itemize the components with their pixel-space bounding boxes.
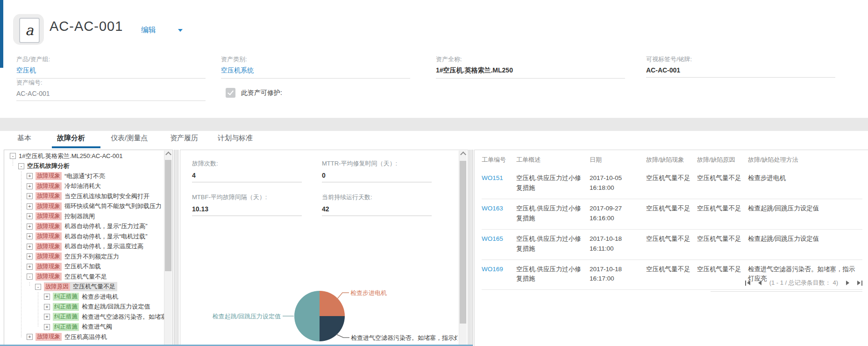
- workorder-link[interactable]: WO163: [482, 205, 503, 212]
- chevron-down-icon[interactable]: [178, 29, 183, 32]
- next-page-button[interactable]: [846, 281, 849, 285]
- expand-icon[interactable]: +: [27, 233, 33, 239]
- tree-guide-line: [38, 292, 38, 327]
- scroll-up-icon[interactable]: [460, 151, 466, 158]
- expand-icon[interactable]: +: [27, 213, 33, 219]
- scrollbar-thumb[interactable]: [460, 161, 466, 324]
- tree-row[interactable]: +故障现象“电源通”灯不亮: [4, 171, 164, 181]
- tree-item-label: 控制器跳闸: [64, 212, 95, 221]
- scrollbar-thumb[interactable]: [165, 160, 171, 271]
- pagination-label: (1 - 1 / 总记录条目数： 4): [769, 279, 838, 287]
- tree-item-label: 空压机高温停机: [64, 333, 107, 341]
- tree-row-selected[interactable]: -故障原因空压机气量不足: [4, 282, 164, 292]
- tree-row[interactable]: -故障现象空压机气量不足: [4, 272, 164, 282]
- expand-icon[interactable]: +: [27, 244, 33, 250]
- expand-icon[interactable]: +: [27, 223, 33, 230]
- expand-icon[interactable]: +: [44, 294, 50, 300]
- panel-splitter[interactable]: [469, 150, 473, 346]
- tree-item-label: 机器自动停机，显示“压力过高”: [64, 222, 148, 231]
- expand-icon[interactable]: +: [44, 304, 50, 310]
- stat-value: 10.13: [192, 205, 302, 216]
- tab-meters[interactable]: 仪表/测量点: [111, 134, 148, 143]
- tab-plans-standards[interactable]: 计划与标准: [218, 134, 253, 143]
- expand-icon[interactable]: +: [44, 314, 50, 320]
- workorder-method: 检查起跳/回跳压力设定值: [748, 229, 862, 260]
- tree-row[interactable]: +故障现象冷却油消耗大: [4, 181, 164, 192]
- product-group-link[interactable]: 空压机: [16, 66, 206, 79]
- tree-row[interactable]: +故障现象机器自动停机，显示“压力过高”: [4, 222, 164, 232]
- tab-asset-history[interactable]: 资产履历: [170, 134, 198, 143]
- expand-icon[interactable]: +: [27, 203, 33, 209]
- panel-splitter[interactable]: [174, 150, 178, 346]
- tab-failure-analysis[interactable]: 故障分析: [57, 134, 85, 143]
- prev-page-icon: [758, 281, 761, 285]
- workorder-phenomenon: 空压机气量不足: [646, 260, 697, 290]
- field-label: 资产类别:: [221, 55, 410, 64]
- tree-row[interactable]: -1#空压机.英格索兰.ML250:AC-AC-001: [4, 151, 164, 161]
- scroll-up-icon[interactable]: [165, 151, 171, 158]
- stat-mtbf: MTBF-平均故障间隔（天）: 10.13: [192, 193, 302, 216]
- collapse-icon[interactable]: -: [27, 274, 33, 280]
- tree-item-label: 检查步进电机: [82, 293, 118, 301]
- tree-row[interactable]: +纠正措施检查步进电机: [4, 292, 164, 302]
- workorder-date: 2017-10-18 16:11:00: [590, 229, 646, 260]
- column-header: 工单编号: [482, 152, 516, 169]
- expand-icon[interactable]: +: [27, 253, 33, 260]
- tree-row[interactable]: +故障现象空压升不到额定压力: [4, 252, 164, 262]
- first-page-button[interactable]: [745, 281, 750, 286]
- expand-icon[interactable]: +: [27, 334, 33, 340]
- stats-scrollbar[interactable]: [459, 151, 467, 346]
- last-page-icon: [857, 281, 861, 285]
- tree-row[interactable]: +故障现象循环快或储气筒不能放气到卸载压力: [4, 202, 164, 212]
- edit-button[interactable]: 编辑: [141, 25, 156, 35]
- first-page-icon: [747, 281, 750, 285]
- stat-value: 42: [322, 205, 432, 216]
- workorder-link[interactable]: WO151: [482, 174, 503, 181]
- prev-page-button[interactable]: [758, 281, 761, 285]
- tree-row[interactable]: +纠正措施检查进气阀: [4, 322, 164, 332]
- expand-icon[interactable]: +: [27, 264, 33, 270]
- tree-row[interactable]: -空压机故障分析: [4, 161, 164, 172]
- tree-item-label: 循环快或储气筒不能放气到卸载压力: [64, 202, 162, 210]
- tree-item-label: 冷却油消耗大: [64, 182, 101, 190]
- collapse-icon[interactable]: -: [18, 163, 24, 169]
- workorder-method: 检查步进电机: [748, 169, 862, 199]
- workorder-desc: 空压机.供应压力过小修复措施: [516, 169, 590, 199]
- expand-icon[interactable]: +: [27, 193, 33, 199]
- tree-item-label: 检查进气空滤器污染否。如堵塞，指示灯应亮: [82, 313, 173, 321]
- workorder-panel: 工单编号 工单概述 日期 故障/缺陷现象 故障/缺陷原因 故障/缺陷处理方法 W…: [474, 150, 868, 346]
- stat-value: 4: [192, 172, 302, 182]
- phenomenon-badge: 故障现象: [36, 192, 62, 200]
- cause-badge: 故障原因: [44, 283, 70, 291]
- repairable-checkbox[interactable]: [226, 88, 235, 98]
- stat-label: MTBF-平均故障间隔（天）:: [192, 193, 302, 202]
- expand-icon[interactable]: +: [27, 183, 33, 189]
- table-row: WO165 空压机.供应压力过小修复措施 2017-10-18 16:11:00…: [482, 229, 862, 260]
- workorder-link[interactable]: WO165: [482, 235, 503, 242]
- tab-basic[interactable]: 基本: [17, 134, 31, 143]
- tree-row[interactable]: +故障现象机器自动停机，显示温度过高: [4, 242, 164, 252]
- workorder-link[interactable]: WO169: [482, 266, 503, 273]
- failure-tree: -1#空压机.英格索兰.ML250:AC-AC-001 -空压机故障分析 +故障…: [4, 150, 164, 346]
- tree-row[interactable]: +故障现象空压机不加载: [4, 262, 164, 272]
- tree-row[interactable]: +纠正措施检查进气空滤器污染否。如堵塞，指示灯应亮: [4, 312, 164, 322]
- stat-failure-count: 故障次数: 4: [192, 159, 302, 182]
- tree-row[interactable]: +故障现象空压机高温停机: [4, 332, 164, 342]
- tree-row[interactable]: +故障现象当空压机连续加载时安全阀打开: [4, 191, 164, 202]
- column-header: 故障/缺陷原因: [697, 152, 748, 169]
- expand-icon[interactable]: +: [27, 173, 33, 179]
- workorder-desc: 空压机.供应压力过小修复措施: [516, 199, 590, 229]
- expand-icon[interactable]: +: [44, 324, 50, 330]
- tree-row[interactable]: +故障现象机器自动停机，显示“电机过载”: [4, 231, 164, 242]
- collapse-icon[interactable]: -: [35, 284, 41, 290]
- tree-row[interactable]: +故障现象控制器跳闸: [4, 211, 164, 222]
- collapse-icon[interactable]: -: [10, 153, 16, 159]
- tree-row[interactable]: +纠正措施检查起跳/回跳压力设定值: [4, 302, 164, 312]
- last-page-button[interactable]: [857, 281, 862, 286]
- tree-item-label: 空压机不加载: [64, 262, 101, 271]
- asset-category-link[interactable]: 空压机系统: [221, 66, 410, 79]
- workorder-method: 检查起跳/回跳压力设定值: [748, 199, 862, 229]
- tree-scrollbar[interactable]: [164, 151, 172, 346]
- workorder-phenomenon: 空压机气量不足: [646, 229, 697, 260]
- phenomenon-badge: 故障现象: [36, 232, 62, 240]
